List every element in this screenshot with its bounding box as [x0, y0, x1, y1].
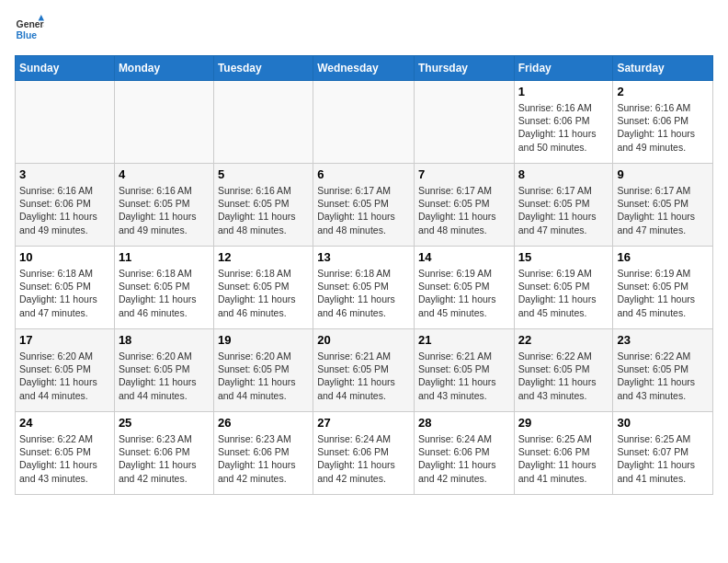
day-info: Sunrise: 6:19 AM Sunset: 6:05 PM Dayligh…: [418, 267, 510, 319]
day-number: 12: [218, 250, 309, 264]
day-number: 2: [617, 85, 709, 98]
day-info: Sunrise: 6:18 AM Sunset: 6:05 PM Dayligh…: [317, 267, 410, 319]
calendar-cell: 27Sunrise: 6:24 AM Sunset: 6:06 PM Dayli…: [313, 412, 415, 495]
calendar-cell: 9Sunrise: 6:17 AM Sunset: 6:05 PM Daylig…: [613, 164, 713, 247]
calendar-cell: [213, 81, 313, 164]
calendar-cell: [16, 81, 115, 164]
day-info: Sunrise: 6:24 AM Sunset: 6:06 PM Dayligh…: [317, 432, 410, 485]
calendar-cell: 26Sunrise: 6:23 AM Sunset: 6:06 PM Dayli…: [213, 412, 313, 495]
day-info: Sunrise: 6:23 AM Sunset: 6:06 PM Dayligh…: [218, 432, 309, 485]
day-number: 23: [617, 333, 709, 347]
calendar-cell: 13Sunrise: 6:18 AM Sunset: 6:05 PM Dayli…: [313, 247, 415, 329]
calendar-cell: 14Sunrise: 6:19 AM Sunset: 6:05 PM Dayli…: [414, 247, 514, 329]
svg-marker-2: [39, 15, 44, 20]
day-number: 29: [518, 416, 609, 430]
day-info: Sunrise: 6:16 AM Sunset: 6:06 PM Dayligh…: [518, 101, 609, 154]
calendar-cell: 8Sunrise: 6:17 AM Sunset: 6:05 PM Daylig…: [514, 164, 613, 247]
day-number: 21: [418, 333, 510, 347]
calendar-cell: 21Sunrise: 6:21 AM Sunset: 6:05 PM Dayli…: [414, 329, 514, 412]
day-info: Sunrise: 6:16 AM Sunset: 6:05 PM Dayligh…: [119, 184, 210, 236]
col-header-wednesday: Wednesday: [313, 56, 415, 81]
calendar-cell: 18Sunrise: 6:20 AM Sunset: 6:05 PM Dayli…: [114, 329, 213, 412]
day-number: 24: [19, 416, 110, 430]
calendar-cell: [114, 81, 213, 164]
calendar-cell: 6Sunrise: 6:17 AM Sunset: 6:05 PM Daylig…: [313, 164, 415, 247]
calendar-cell: 22Sunrise: 6:22 AM Sunset: 6:05 PM Dayli…: [514, 329, 613, 412]
col-header-thursday: Thursday: [414, 56, 514, 81]
day-number: 5: [218, 167, 309, 181]
calendar-cell: 15Sunrise: 6:19 AM Sunset: 6:05 PM Dayli…: [514, 247, 613, 329]
day-info: Sunrise: 6:16 AM Sunset: 6:06 PM Dayligh…: [19, 184, 110, 236]
day-info: Sunrise: 6:19 AM Sunset: 6:05 PM Dayligh…: [518, 267, 609, 319]
calendar-cell: 7Sunrise: 6:17 AM Sunset: 6:05 PM Daylig…: [414, 164, 514, 247]
day-info: Sunrise: 6:23 AM Sunset: 6:06 PM Dayligh…: [119, 432, 210, 485]
day-number: 8: [518, 167, 609, 181]
day-number: 17: [19, 333, 110, 347]
day-number: 22: [518, 333, 609, 347]
calendar-cell: 24Sunrise: 6:22 AM Sunset: 6:05 PM Dayli…: [16, 412, 115, 495]
day-info: Sunrise: 6:24 AM Sunset: 6:06 PM Dayligh…: [418, 432, 510, 485]
day-info: Sunrise: 6:17 AM Sunset: 6:05 PM Dayligh…: [317, 184, 410, 236]
calendar-cell: 3Sunrise: 6:16 AM Sunset: 6:06 PM Daylig…: [16, 164, 115, 247]
day-number: 19: [218, 333, 309, 347]
day-number: 10: [19, 250, 110, 264]
day-info: Sunrise: 6:17 AM Sunset: 6:05 PM Dayligh…: [518, 184, 609, 236]
day-number: 14: [418, 250, 510, 264]
day-info: Sunrise: 6:18 AM Sunset: 6:05 PM Dayligh…: [119, 267, 210, 319]
calendar-cell: 5Sunrise: 6:16 AM Sunset: 6:05 PM Daylig…: [213, 164, 313, 247]
calendar-cell: 19Sunrise: 6:20 AM Sunset: 6:05 PM Dayli…: [213, 329, 313, 412]
logo: General Blue: [15, 15, 44, 44]
day-number: 16: [617, 250, 709, 264]
day-number: 26: [218, 416, 309, 430]
calendar-cell: 11Sunrise: 6:18 AM Sunset: 6:05 PM Dayli…: [114, 247, 213, 329]
day-number: 20: [317, 333, 410, 347]
svg-text:General: General: [17, 19, 44, 29]
calendar-cell: 25Sunrise: 6:23 AM Sunset: 6:06 PM Dayli…: [114, 412, 213, 495]
day-number: 6: [317, 167, 410, 181]
day-info: Sunrise: 6:21 AM Sunset: 6:05 PM Dayligh…: [418, 350, 510, 402]
day-info: Sunrise: 6:17 AM Sunset: 6:05 PM Dayligh…: [418, 184, 510, 236]
day-number: 28: [418, 416, 510, 430]
calendar-cell: 29Sunrise: 6:25 AM Sunset: 6:06 PM Dayli…: [514, 412, 613, 495]
col-header-friday: Friday: [514, 56, 613, 81]
day-info: Sunrise: 6:18 AM Sunset: 6:05 PM Dayligh…: [19, 267, 110, 319]
calendar-cell: 4Sunrise: 6:16 AM Sunset: 6:05 PM Daylig…: [114, 164, 213, 247]
svg-text:Blue: Blue: [17, 30, 38, 40]
calendar-cell: 10Sunrise: 6:18 AM Sunset: 6:05 PM Dayli…: [16, 247, 115, 329]
calendar-cell: 12Sunrise: 6:18 AM Sunset: 6:05 PM Dayli…: [213, 247, 313, 329]
day-number: 9: [617, 167, 709, 181]
col-header-saturday: Saturday: [613, 56, 713, 81]
day-info: Sunrise: 6:22 AM Sunset: 6:05 PM Dayligh…: [19, 432, 110, 485]
day-info: Sunrise: 6:25 AM Sunset: 6:06 PM Dayligh…: [518, 432, 609, 485]
day-number: 18: [119, 333, 210, 347]
day-info: Sunrise: 6:25 AM Sunset: 6:07 PM Dayligh…: [617, 432, 709, 485]
day-info: Sunrise: 6:22 AM Sunset: 6:05 PM Dayligh…: [518, 350, 609, 402]
day-info: Sunrise: 6:20 AM Sunset: 6:05 PM Dayligh…: [19, 350, 110, 402]
logo-icon: General Blue: [15, 15, 44, 44]
calendar-table: SundayMondayTuesdayWednesdayThursdayFrid…: [15, 55, 713, 495]
day-number: 11: [119, 250, 210, 264]
col-header-monday: Monday: [114, 56, 213, 81]
calendar-cell: 20Sunrise: 6:21 AM Sunset: 6:05 PM Dayli…: [313, 329, 415, 412]
day-number: 3: [19, 167, 110, 181]
day-number: 30: [617, 416, 709, 430]
day-number: 13: [317, 250, 410, 264]
calendar-cell: 16Sunrise: 6:19 AM Sunset: 6:05 PM Dayli…: [613, 247, 713, 329]
calendar-cell: 30Sunrise: 6:25 AM Sunset: 6:07 PM Dayli…: [613, 412, 713, 495]
day-info: Sunrise: 6:17 AM Sunset: 6:05 PM Dayligh…: [617, 184, 709, 236]
day-info: Sunrise: 6:18 AM Sunset: 6:05 PM Dayligh…: [218, 267, 309, 319]
day-number: 7: [418, 167, 510, 181]
page-header: General Blue: [15, 15, 713, 44]
day-info: Sunrise: 6:22 AM Sunset: 6:05 PM Dayligh…: [617, 350, 709, 402]
day-info: Sunrise: 6:16 AM Sunset: 6:06 PM Dayligh…: [617, 101, 709, 154]
col-header-sunday: Sunday: [16, 56, 115, 81]
calendar-cell: 28Sunrise: 6:24 AM Sunset: 6:06 PM Dayli…: [414, 412, 514, 495]
day-info: Sunrise: 6:16 AM Sunset: 6:05 PM Dayligh…: [218, 184, 309, 236]
day-info: Sunrise: 6:21 AM Sunset: 6:05 PM Dayligh…: [317, 350, 410, 402]
day-number: 27: [317, 416, 410, 430]
calendar-cell: 1Sunrise: 6:16 AM Sunset: 6:06 PM Daylig…: [514, 81, 613, 164]
calendar-cell: [414, 81, 514, 164]
day-number: 15: [518, 250, 609, 264]
calendar-cell: 2Sunrise: 6:16 AM Sunset: 6:06 PM Daylig…: [613, 81, 713, 164]
calendar-cell: 23Sunrise: 6:22 AM Sunset: 6:05 PM Dayli…: [613, 329, 713, 412]
